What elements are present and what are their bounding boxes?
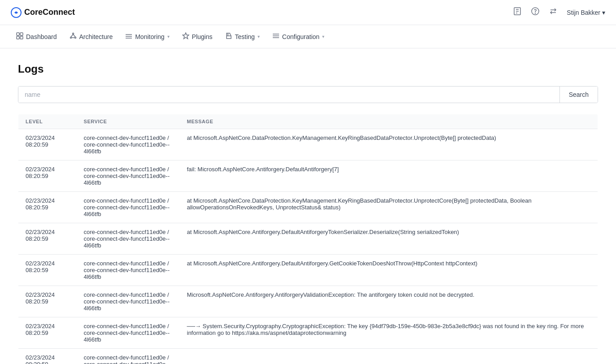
column-header-level: LEVEL <box>18 114 77 129</box>
monitoring-chevron: ▾ <box>167 34 170 39</box>
app-name: CoreConnect <box>24 8 75 17</box>
configuration-chevron: ▾ <box>322 34 324 39</box>
svg-point-6 <box>535 13 536 13</box>
user-name: Stijn Bakker <box>567 9 600 16</box>
monitoring-icon <box>125 32 132 41</box>
svg-point-12 <box>70 37 71 39</box>
cell-message: at Microsoft.AspNetCore.Antiforgery.Defa… <box>180 255 598 286</box>
transfer-icon[interactable] <box>549 7 558 18</box>
cell-level: 02/23/2024 08:20:59 <box>18 255 77 286</box>
nav-item-architecture[interactable]: Architecture <box>64 29 118 44</box>
logo-icon <box>11 7 22 18</box>
svg-point-11 <box>72 33 74 35</box>
architecture-icon <box>70 32 77 41</box>
column-header-service: SERVICE <box>77 114 180 129</box>
svg-rect-7 <box>17 33 19 35</box>
logo[interactable]: CoreConnect <box>11 7 75 18</box>
user-menu[interactable]: Stijn Bakker ▾ <box>567 9 605 16</box>
cell-level: 02/23/2024 08:20:59 <box>18 192 77 223</box>
table-row: 02/23/2024 08:20:59core-connect-dev-func… <box>18 349 598 364</box>
cell-service: core-connect-dev-funccf11ed0e / core-con… <box>77 129 180 160</box>
user-chevron: ▾ <box>602 9 605 16</box>
svg-point-13 <box>74 37 76 39</box>
svg-rect-8 <box>20 33 23 35</box>
nav-item-monitoring[interactable]: Monitoring ▾ <box>120 29 175 44</box>
table-body: 02/23/2024 08:20:59core-connect-dev-func… <box>18 129 598 364</box>
dashboard-icon <box>16 32 23 41</box>
cell-message <box>180 349 598 364</box>
plugins-icon <box>182 32 189 41</box>
configuration-icon <box>272 32 280 41</box>
cell-level: 02/23/2024 08:20:59 <box>18 349 77 364</box>
svg-line-14 <box>71 35 73 37</box>
cell-level: 02/23/2024 08:20:59 <box>18 223 77 255</box>
logs-table: LEVEL SERVICE MESSAGE 02/23/2024 08:20:5… <box>18 114 598 364</box>
table-header: LEVEL SERVICE MESSAGE <box>18 114 598 129</box>
svg-line-15 <box>73 35 75 37</box>
header: CoreConnect Stijn Bakker <box>0 0 616 25</box>
cell-service: core-connect-dev-funccf11ed0e / core-con… <box>77 317 180 349</box>
cell-message: Microsoft.AspNetCore.Antiforgery.Antifor… <box>180 286 598 317</box>
cell-service: core-connect-dev-funccf11ed0e / core-con… <box>77 223 180 255</box>
cell-level: 02/23/2024 08:20:59 <box>18 160 77 192</box>
nav-label-configuration: Configuration <box>282 33 319 40</box>
table-row: 02/23/2024 08:20:59core-connect-dev-func… <box>18 286 598 317</box>
nav-label-testing: Testing <box>235 33 255 40</box>
testing-chevron: ▾ <box>258 34 260 39</box>
table-row: 02/23/2024 08:20:59core-connect-dev-func… <box>18 255 598 286</box>
cell-level: 02/23/2024 08:20:59 <box>18 129 77 160</box>
search-bar: Search <box>18 86 598 103</box>
table-row: 02/23/2024 08:20:59core-connect-dev-func… <box>18 192 598 223</box>
nav-item-testing[interactable]: Testing ▾ <box>220 29 265 44</box>
cell-service: core-connect-dev-funccf11ed0e / core-con… <box>77 255 180 286</box>
nav-item-configuration[interactable]: Configuration ▾ <box>267 29 330 44</box>
table-row: 02/23/2024 08:20:59core-connect-dev-func… <box>18 223 598 255</box>
header-actions: Stijn Bakker ▾ <box>513 7 605 18</box>
cell-service: core-connect-dev-funccf11ed0e / core-con… <box>77 192 180 223</box>
cell-message: fail: Microsoft.AspNetCore.Antiforgery.D… <box>180 160 598 192</box>
book-icon[interactable] <box>513 7 522 18</box>
nav-label-plugins: Plugins <box>192 33 213 40</box>
cell-message: at Microsoft.AspNetCore.DataProtection.K… <box>180 129 598 160</box>
svg-rect-9 <box>17 36 19 39</box>
nav-item-dashboard[interactable]: Dashboard <box>11 29 62 44</box>
page-title: Logs <box>18 63 598 75</box>
main-content: Logs Search LEVEL SERVICE MESSAGE 02/23/… <box>0 48 616 364</box>
search-input[interactable] <box>18 87 559 103</box>
svg-rect-10 <box>20 36 23 39</box>
cell-service: core-connect-dev-funccf11ed0e / core-con… <box>77 286 180 317</box>
cell-service: core-connect-dev-funccf11ed0e / core-con… <box>77 349 180 364</box>
cell-level: 02/23/2024 08:20:59 <box>18 317 77 349</box>
cell-message: ──→ System.Security.Cryptography.Cryptog… <box>180 317 598 349</box>
main-nav: Dashboard Architecture Monitoring ▾ <box>0 25 616 48</box>
testing-icon <box>225 32 232 41</box>
nav-label-dashboard: Dashboard <box>26 33 57 40</box>
cell-level: 02/23/2024 08:20:59 <box>18 286 77 317</box>
table-row: 02/23/2024 08:20:59core-connect-dev-func… <box>18 317 598 349</box>
cell-service: core-connect-dev-funccf11ed0e / core-con… <box>77 160 180 192</box>
column-header-message: MESSAGE <box>180 114 598 129</box>
nav-item-plugins[interactable]: Plugins <box>177 29 218 44</box>
search-button[interactable]: Search <box>559 87 598 103</box>
cell-message: at Microsoft.AspNetCore.DataProtection.K… <box>180 192 598 223</box>
cell-message: at Microsoft.AspNetCore.Antiforgery.Defa… <box>180 223 598 255</box>
table-row: 02/23/2024 08:20:59core-connect-dev-func… <box>18 160 598 192</box>
nav-label-monitoring: Monitoring <box>135 33 164 40</box>
help-icon[interactable] <box>531 7 540 18</box>
nav-label-architecture: Architecture <box>79 33 113 40</box>
table-row: 02/23/2024 08:20:59core-connect-dev-func… <box>18 129 598 160</box>
